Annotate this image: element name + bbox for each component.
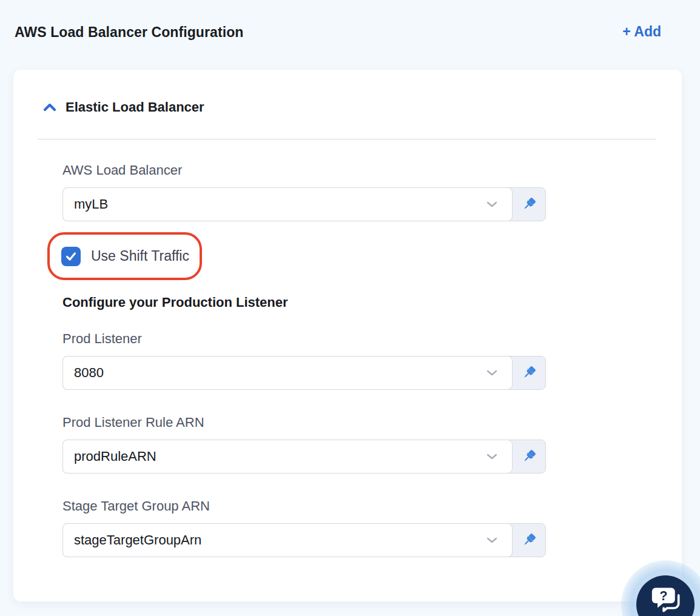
pin-button[interactable]	[512, 357, 545, 389]
stage-target-group-arn-select[interactable]: stageTargetGroupArn	[62, 523, 513, 557]
page-title: AWS Load Balancer Configuration	[15, 24, 244, 41]
prod-listener-rule-arn-field: prodRuleARN	[62, 440, 546, 474]
select-value: stageTargetGroupArn	[74, 532, 486, 548]
chevron-down-icon	[486, 537, 497, 543]
chevron-down-icon	[486, 370, 497, 376]
load-balancer-card: Elastic Load Balancer AWS Load Balancer …	[13, 70, 682, 601]
prod-listener-select[interactable]: 8080	[62, 356, 513, 390]
pin-button[interactable]	[512, 524, 545, 557]
pin-button[interactable]	[512, 188, 545, 221]
stage-target-group-arn-label: Stage Target Group ARN	[62, 498, 546, 514]
pin-button[interactable]	[512, 440, 545, 473]
prod-listener-field: 8080	[62, 356, 546, 390]
checkmark-icon	[64, 250, 78, 263]
pin-icon	[517, 529, 540, 552]
prod-listener-rule-arn-select[interactable]: prodRuleARN	[62, 440, 513, 474]
pin-icon	[517, 193, 540, 216]
stage-target-group-arn-field: stageTargetGroupArn	[62, 523, 546, 557]
select-value: myLB	[74, 196, 486, 212]
aws-load-balancer-field: myLB	[62, 187, 546, 221]
select-value: prodRuleARN	[74, 449, 486, 464]
annotation-highlight: Use Shift Traffic	[47, 232, 202, 280]
page-header: AWS Load Balancer Configuration + Add	[0, 0, 700, 41]
pin-icon	[517, 446, 540, 468]
section-title: Elastic Load Balancer	[66, 99, 204, 115]
production-listener-heading: Configure your Production Listener	[62, 294, 546, 310]
divider	[38, 139, 656, 139]
use-shift-traffic-checkbox[interactable]	[61, 247, 81, 266]
aws-load-balancer-select[interactable]: myLB	[62, 187, 513, 221]
section-header: Elastic Load Balancer	[42, 99, 656, 116]
collapse-toggle[interactable]	[42, 101, 57, 113]
pin-icon	[517, 362, 540, 384]
prod-listener-rule-arn-label: Prod Listener Rule ARN	[62, 415, 546, 430]
chevron-down-icon	[486, 454, 497, 460]
select-value: 8080	[74, 365, 486, 381]
chevron-up-icon	[42, 102, 57, 112]
svg-text:?: ?	[659, 588, 667, 603]
form-content: AWS Load Balancer myLB	[62, 162, 546, 557]
use-shift-traffic-label[interactable]: Use Shift Traffic	[91, 248, 189, 264]
aws-load-balancer-label: AWS Load Balancer	[62, 162, 546, 178]
chevron-down-icon	[486, 201, 497, 207]
prod-listener-label: Prod Listener	[62, 331, 546, 347]
help-chat-icon: ?	[650, 584, 681, 616]
add-button[interactable]: + Add	[622, 24, 661, 39]
